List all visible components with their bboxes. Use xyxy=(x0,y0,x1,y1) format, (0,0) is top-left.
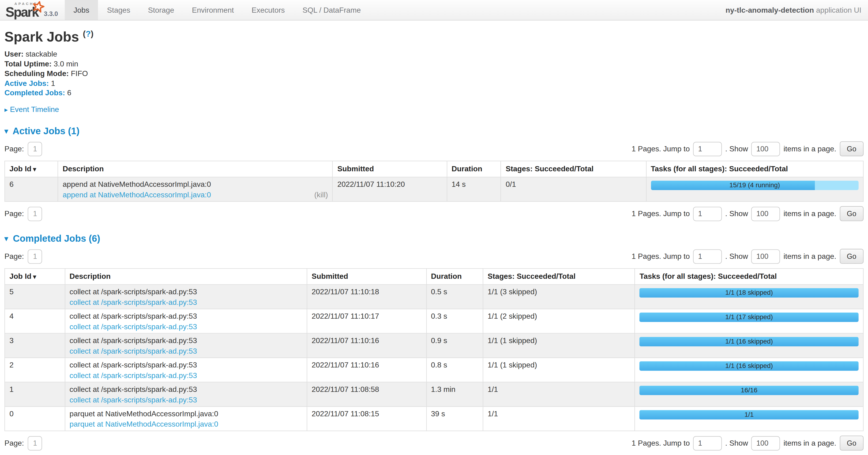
tasks-progress-bar: 1/1 (18 skipped) xyxy=(640,288,859,297)
go-button[interactable]: Go xyxy=(840,206,864,221)
completed-job-row: 1 collect at /spark-scripts/spark-ad.py:… xyxy=(5,382,863,406)
items-per-page-input[interactable] xyxy=(751,206,780,221)
header-stages[interactable]: Stages: Succeeded/Total xyxy=(501,161,646,177)
tasks-cell: 1/1 (16 skipped) xyxy=(635,334,863,358)
completed-job-row: 2 collect at /spark-scripts/spark-ad.py:… xyxy=(5,358,863,382)
duration-cell: 14 s xyxy=(447,177,501,202)
job-id-cell: 2 xyxy=(5,358,65,382)
pages-text: 1 Pages. Jump to xyxy=(632,209,690,218)
duration-cell: 0.8 s xyxy=(426,358,483,382)
stages-cell: 1/1 (1 skipped) xyxy=(483,334,635,358)
tasks-cell: 1/1 (16 skipped) xyxy=(635,358,863,382)
header-description[interactable]: Description xyxy=(58,161,333,177)
active-jobs-heading[interactable]: ▾ Active Jobs (1) xyxy=(4,126,864,137)
stages-cell: 0/1 xyxy=(501,177,646,202)
items-per-page-input[interactable] xyxy=(751,142,780,156)
show-text: . Show xyxy=(725,252,748,260)
duration-cell: 0.5 s xyxy=(426,285,483,309)
jump-to-input[interactable] xyxy=(693,436,722,450)
tasks-progress-bar: 1/1 (16 skipped) xyxy=(640,361,859,371)
progress-label: 15/19 (4 running) xyxy=(651,181,859,190)
job-id-cell: 5 xyxy=(5,285,65,309)
submitted-cell: 2022/11/07 11:10:16 xyxy=(307,334,426,358)
header-tasks[interactable]: Tasks (for all stages): Succeeded/Total xyxy=(635,268,863,284)
stages-cell: 1/1 (3 skipped) xyxy=(483,285,635,309)
tab-executors[interactable]: Executors xyxy=(243,0,293,20)
active-jobs-link[interactable]: Active Jobs: xyxy=(4,79,49,87)
tab-sql-dataframe[interactable]: SQL / DataFrame xyxy=(294,0,370,20)
description-cell: collect at /spark-scripts/spark-ad.py:53… xyxy=(65,358,307,382)
completed-job-row: 3 collect at /spark-scripts/spark-ad.py:… xyxy=(5,334,863,358)
tab-stages[interactable]: Stages xyxy=(98,0,139,20)
header-duration[interactable]: Duration xyxy=(447,161,501,177)
collapse-arrow-icon: ▾ xyxy=(4,234,8,243)
sort-desc-icon: ▾ xyxy=(33,166,36,172)
completed-job-row: 0 parquet at NativeMethodAccessorImpl.ja… xyxy=(5,406,863,431)
show-text: . Show xyxy=(725,209,748,218)
completed-jobs-link[interactable]: Completed Jobs: xyxy=(4,89,65,97)
items-text: items in a page. xyxy=(783,252,836,260)
go-button[interactable]: Go xyxy=(840,435,864,451)
summary-scheduling-mode: Scheduling Mode: FIFO xyxy=(4,69,864,78)
jump-to-input[interactable] xyxy=(693,249,722,263)
table-header-row: Job Id▾ Description Submitted Duration S… xyxy=(5,268,863,284)
job-detail-link[interactable]: collect at /spark-scripts/spark-ad.py:53 xyxy=(70,347,197,355)
jump-to-input[interactable] xyxy=(693,142,722,156)
stages-cell: 1/1 xyxy=(483,406,635,431)
pagination-row: Page: 1 Pages. Jump to . Show items in a… xyxy=(4,435,864,451)
items-text: items in a page. xyxy=(783,145,836,153)
header-submitted[interactable]: Submitted xyxy=(307,268,426,284)
completed-jobs-table: Job Id▾ Description Submitted Duration S… xyxy=(4,268,864,431)
submitted-cell: 2022/11/07 11:10:17 xyxy=(307,309,426,334)
pages-text: 1 Pages. Jump to xyxy=(632,145,690,153)
job-detail-link[interactable]: collect at /spark-scripts/spark-ad.py:53 xyxy=(70,298,197,307)
pagination-row: Page: 1 Pages. Jump to . Show items in a… xyxy=(4,249,864,264)
header-submitted[interactable]: Submitted xyxy=(333,161,447,177)
page-number-input[interactable] xyxy=(28,436,42,450)
description-cell: collect at /spark-scripts/spark-ad.py:53… xyxy=(65,334,307,358)
tasks-progress-bar: 1/1 xyxy=(640,410,859,420)
job-detail-link[interactable]: collect at /spark-scripts/spark-ad.py:53 xyxy=(70,371,197,379)
stages-cell: 1/1 xyxy=(483,382,635,406)
job-detail-link[interactable]: collect at /spark-scripts/spark-ad.py:53 xyxy=(70,396,197,404)
help-link[interactable]: ? xyxy=(86,29,91,38)
job-detail-link[interactable]: append at NativeMethodAccessorImpl.java:… xyxy=(63,191,211,199)
tasks-progress-bar: 15/19 (4 running) xyxy=(651,181,859,190)
page-number-input[interactable] xyxy=(28,249,42,263)
page-number-input[interactable] xyxy=(28,142,42,156)
description-cell: parquet at NativeMethodAccessorImpl.java… xyxy=(65,406,307,431)
completed-jobs-heading[interactable]: ▾ Completed Jobs (6) xyxy=(4,233,864,244)
spark-version: 3.3.0 xyxy=(44,10,58,17)
items-per-page-input[interactable] xyxy=(751,249,780,263)
header-job-id[interactable]: Job Id▾ xyxy=(5,268,65,284)
spark-logo: APACHE Spark 3.3.0 xyxy=(0,0,65,20)
active-jobs-table: Job Id▾ Description Submitted Duration S… xyxy=(4,161,864,202)
job-detail-link[interactable]: parquet at NativeMethodAccessorImpl.java… xyxy=(70,420,218,428)
job-detail-link[interactable]: collect at /spark-scripts/spark-ad.py:53 xyxy=(70,322,197,331)
header-description[interactable]: Description xyxy=(65,268,307,284)
go-button[interactable]: Go xyxy=(840,249,864,264)
header-stages[interactable]: Stages: Succeeded/Total xyxy=(483,268,635,284)
kill-link[interactable]: (kill) xyxy=(314,191,328,199)
jump-to-input[interactable] xyxy=(693,206,722,221)
top-navbar: APACHE Spark 3.3.0 Jobs Stages Storage E… xyxy=(0,0,868,21)
tab-jobs[interactable]: Jobs xyxy=(65,0,98,20)
items-per-page-input[interactable] xyxy=(751,436,780,450)
tasks-cell: 16/16 xyxy=(635,382,863,406)
pagination-row: Page: 1 Pages. Jump to . Show items in a… xyxy=(4,141,864,156)
spark-star-icon xyxy=(32,0,45,14)
header-duration[interactable]: Duration xyxy=(426,268,483,284)
tab-storage[interactable]: Storage xyxy=(139,0,183,20)
tasks-progress-bar: 16/16 xyxy=(640,386,859,395)
table-header-row: Job Id▾ Description Submitted Duration S… xyxy=(5,161,863,177)
go-button[interactable]: Go xyxy=(840,141,864,156)
items-text: items in a page. xyxy=(783,439,836,447)
header-job-id[interactable]: Job Id▾ xyxy=(5,161,58,177)
event-timeline-toggle[interactable]: ▸Event Timeline xyxy=(4,105,864,114)
tab-environment[interactable]: Environment xyxy=(183,0,243,20)
header-tasks[interactable]: Tasks (for all stages): Succeeded/Total xyxy=(646,161,863,177)
page-number-input[interactable] xyxy=(28,206,42,221)
submitted-cell: 2022/11/07 11:10:20 xyxy=(333,177,447,202)
collapse-arrow-icon: ▾ xyxy=(4,127,8,135)
items-text: items in a page. xyxy=(783,209,836,218)
